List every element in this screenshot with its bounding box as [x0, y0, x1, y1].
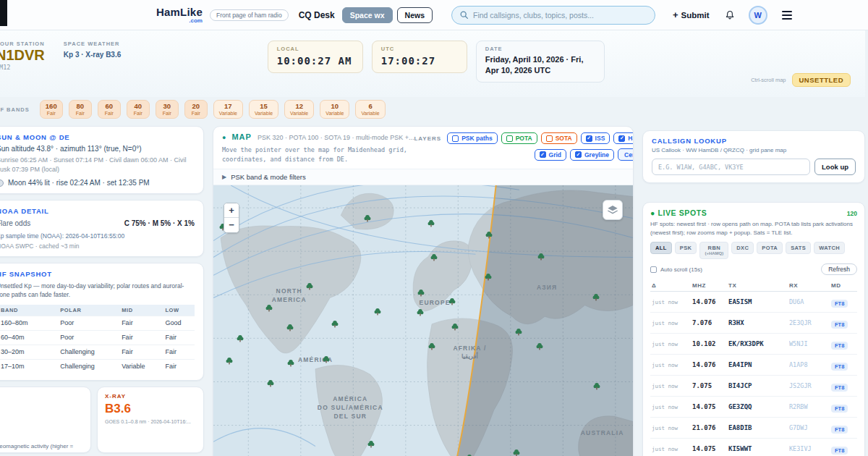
refresh-button[interactable]: Refresh — [821, 263, 857, 275]
spot-row[interactable]: just now14.075KI5WWTKE3IVJFT8 — [650, 439, 857, 456]
pota-marker[interactable] — [448, 296, 456, 305]
checkbox-unchecked-icon[interactable] — [452, 135, 459, 142]
spots-tab-dxc[interactable]: DXC — [731, 242, 754, 254]
center-de-button[interactable]: Center DE — [618, 148, 634, 161]
psk-filters-toggle[interactable]: ▶ PSK band & mode filters — [213, 169, 633, 185]
spot-mode: FT8 — [831, 358, 856, 371]
band-pill-6[interactable]: 6Variable — [355, 100, 385, 119]
avatar[interactable]: W — [749, 6, 767, 25]
submit-button[interactable]: + Submit — [673, 9, 710, 20]
pota-marker[interactable] — [225, 355, 234, 364]
spots-tab-pota[interactable]: POTA — [757, 242, 783, 254]
zoom-out-button[interactable]: − — [224, 218, 239, 232]
band-pill-17[interactable]: 17Variable — [213, 100, 243, 119]
band-pill-40[interactable]: 40Fair — [127, 100, 150, 119]
pota-marker[interactable] — [514, 326, 523, 335]
sun-position-line: Sun altitude 43.8° · azimuth 113° (true,… — [0, 145, 195, 153]
pota-marker[interactable] — [305, 281, 314, 290]
layer-toggle-ham-sats[interactable]: ✓Ham sats — [613, 132, 634, 144]
hf-table-row: 17–10mChallengingVariableFair — [0, 359, 195, 373]
auto-scroll-checkbox[interactable] — [650, 266, 657, 273]
pota-marker[interactable] — [286, 322, 294, 331]
spot-row[interactable]: just now7.076R3HX2E3QJRFT8 — [650, 313, 857, 334]
layer-toggle-iss[interactable]: ✓ISS — [581, 132, 610, 144]
spots-tab-rbn[interactable]: RBN(+HAMQ) — [699, 242, 728, 259]
logo[interactable]: HamLike .com — [156, 7, 203, 24]
pota-marker[interactable] — [367, 439, 375, 447]
band-pill-80[interactable]: 80Fair — [69, 100, 92, 119]
spot-row[interactable]: just now7.075BI4JCPJS2GJRFT8 — [650, 376, 857, 397]
nav-button-news[interactable]: News — [397, 7, 433, 23]
spot-row[interactable]: just now14.076EA5ISMDU6AFT8 — [650, 292, 857, 313]
callsign-input[interactable] — [652, 159, 810, 175]
pota-marker[interactable] — [417, 287, 425, 296]
pota-marker[interactable] — [427, 218, 435, 227]
menu-icon[interactable] — [782, 11, 792, 20]
pota-marker[interactable] — [427, 341, 436, 350]
checkbox-checked-icon[interactable]: ✓ — [575, 151, 582, 158]
layer-toggle-sota[interactable]: SOTA — [541, 132, 577, 144]
pota-marker[interactable] — [512, 447, 521, 456]
spots-column-header: TX — [728, 282, 789, 289]
layer-toggle-pota[interactable]: POTA — [501, 132, 537, 144]
pota-marker[interactable] — [373, 306, 382, 315]
spots-tab-watch[interactable]: WATCH — [814, 242, 845, 254]
band-number: 60 — [105, 102, 113, 110]
checkbox-unchecked-icon[interactable] — [506, 135, 513, 142]
tree-icon — [427, 219, 435, 228]
pota-marker[interactable] — [430, 252, 438, 261]
spot-row[interactable]: just now14.076EA4IPNA1AP8FT8 — [650, 355, 857, 376]
pota-marker[interactable] — [265, 303, 273, 311]
zoom-in-button[interactable]: + — [224, 203, 239, 218]
pota-marker[interactable] — [236, 333, 244, 342]
pota-marker[interactable] — [266, 378, 275, 387]
band-pill-30[interactable]: 30Fair — [156, 100, 179, 119]
pota-marker[interactable] — [484, 271, 493, 280]
spots-tab-sats[interactable]: SATS — [786, 242, 811, 254]
checkbox-checked-icon[interactable]: ✓ — [618, 135, 625, 142]
pota-marker[interactable] — [286, 358, 295, 366]
layer-toggle-greyline[interactable]: ✓Greyline — [570, 149, 614, 161]
band-condition: Fair — [163, 111, 171, 117]
layer-toggle-grid[interactable]: ✓Grid — [535, 149, 566, 161]
pota-marker[interactable] — [535, 341, 544, 350]
pota-marker[interactable] — [331, 318, 339, 327]
utc-label: UTC — [381, 46, 458, 52]
checkbox-unchecked-icon[interactable] — [546, 135, 553, 142]
spot-row[interactable]: just now10.102EK/RX3DPKW5NJIFT8 — [650, 334, 857, 355]
pota-marker[interactable] — [537, 251, 545, 260]
pota-marker[interactable] — [485, 229, 493, 238]
pota-marker[interactable] — [592, 381, 601, 389]
pota-marker[interactable] — [322, 354, 331, 363]
pota-marker[interactable] — [416, 307, 425, 316]
nav-button-space-wx[interactable]: Space wx — [342, 7, 393, 23]
spots-tab-all[interactable]: ALL — [650, 242, 672, 254]
layer-toggle-psk-paths[interactable]: PSK paths — [447, 132, 498, 144]
search-bar[interactable] — [451, 6, 655, 25]
spot-mode: FT8 — [831, 295, 856, 308]
band-pill-15[interactable]: 15Variable — [249, 100, 278, 119]
checkbox-checked-icon[interactable]: ✓ — [586, 135, 592, 142]
auto-scroll-label: Auto scroll (15s) — [660, 266, 702, 273]
band-pill-160[interactable]: 160Fair — [40, 100, 63, 119]
spot-row[interactable]: just now21.076EA8DIBG7DWJFT8 — [650, 418, 857, 439]
spot-delta: just now — [652, 341, 692, 347]
world-map[interactable]: NORTHAMERICAEUROPEАЗИЯAMÉRICAAFRIKA /أفر… — [213, 185, 633, 456]
spot-frequency: 14.075 — [692, 403, 728, 410]
spots-tab-psk[interactable]: PSK — [675, 242, 697, 254]
pota-marker[interactable] — [363, 213, 372, 221]
band-pill-10[interactable]: 10Variable — [320, 100, 349, 119]
band-pill-12[interactable]: 12Variable — [284, 100, 314, 119]
band-pill-60[interactable]: 60Fair — [98, 100, 121, 119]
pota-marker[interactable] — [451, 321, 459, 330]
pota-marker[interactable] — [465, 452, 474, 456]
layer-toggle-group: PSK pathsPOTASOTA✓ISS✓Ham sats — [447, 132, 634, 144]
lookup-button[interactable]: Look up — [814, 159, 856, 175]
map-layers-button[interactable] — [603, 200, 623, 220]
spot-row[interactable]: just now14.075GE3ZQQR2RBWFT8 — [650, 397, 857, 418]
search-input[interactable] — [473, 11, 647, 20]
pota-marker[interactable] — [592, 292, 600, 300]
checkbox-checked-icon[interactable]: ✓ — [540, 151, 546, 158]
notifications-bell-icon[interactable] — [724, 9, 736, 21]
band-pill-20[interactable]: 20Fair — [184, 100, 208, 119]
